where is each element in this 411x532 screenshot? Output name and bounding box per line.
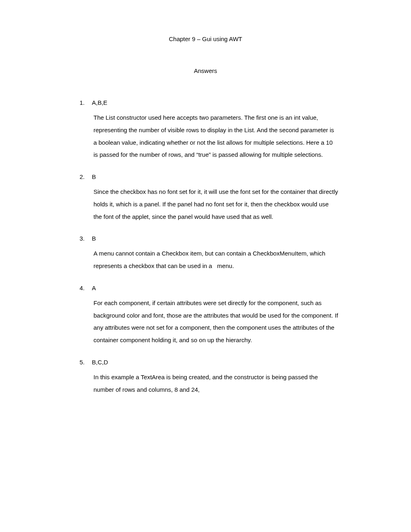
- answer-number: 1.: [68, 99, 92, 161]
- answer-text: In this example a TextArea is being crea…: [92, 371, 342, 396]
- answer-body: A,B,E The List constructor used here acc…: [92, 99, 342, 161]
- answer-body: B,C,D In this example a TextArea is bein…: [92, 359, 342, 396]
- answer-text: Since the checkbox has no font set for i…: [92, 186, 342, 223]
- answer-code: B: [92, 173, 342, 180]
- answer-number: 5.: [68, 359, 92, 396]
- answer-number: 4.: [68, 285, 92, 347]
- answer-item: 2. B Since the checkbox has no font set …: [68, 173, 342, 223]
- answer-item: 3. B A menu cannot contain a Checkbox it…: [68, 235, 342, 272]
- answer-text: The List constructor used here accepts t…: [92, 112, 342, 161]
- answer-text: For each component, if certain attribute…: [92, 297, 342, 347]
- answer-body: A For each component, if certain attribu…: [92, 285, 342, 347]
- answer-number: 2.: [68, 173, 92, 223]
- answers-heading: Answers: [68, 67, 342, 74]
- chapter-title: Chapter 9 – Gui using AWT: [68, 35, 342, 42]
- answer-item: 5. B,C,D In this example a TextArea is b…: [68, 359, 342, 396]
- answer-code: A,B,E: [92, 99, 342, 106]
- document-page: Chapter 9 – Gui using AWT Answers 1. A,B…: [0, 0, 411, 396]
- answer-body: B Since the checkbox has no font set for…: [92, 173, 342, 223]
- answer-item: 1. A,B,E The List constructor used here …: [68, 99, 342, 161]
- answer-body: B A menu cannot contain a Checkbox item,…: [92, 235, 342, 272]
- answer-code: B,C,D: [92, 359, 342, 366]
- answer-number: 3.: [68, 235, 92, 272]
- answer-list: 1. A,B,E The List constructor used here …: [68, 99, 342, 396]
- answer-item: 4. A For each component, if certain attr…: [68, 285, 342, 347]
- answer-code: B: [92, 235, 342, 242]
- answer-text: A menu cannot contain a Checkbox item, b…: [92, 247, 342, 272]
- answer-code: A: [92, 285, 342, 291]
